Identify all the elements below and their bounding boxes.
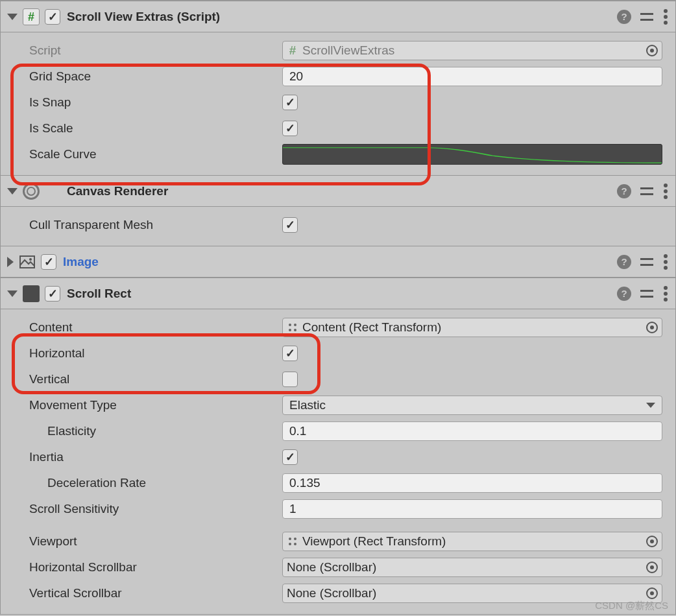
object-picker-icon[interactable] [646, 536, 658, 547]
inertia-label: Inertia [29, 450, 282, 464]
context-menu-icon[interactable] [662, 182, 669, 200]
component-title: Scroll View Extras (Script) [67, 10, 617, 24]
viewport-label: Viewport [29, 534, 282, 549]
svg-point-7 [294, 538, 296, 540]
script-value: ScrollViewExtras [302, 43, 394, 58]
deceleration-input[interactable] [282, 473, 662, 493]
help-icon[interactable]: ? [617, 10, 631, 24]
context-menu-icon[interactable] [662, 253, 669, 271]
cull-transparent-mesh-label: Cull Transparent Mesh [29, 218, 282, 232]
component-title: Canvas Renderer [67, 184, 617, 198]
svg-point-9 [294, 543, 296, 545]
foldout-icon[interactable] [7, 290, 18, 297]
rect-transform-icon [287, 536, 298, 547]
viewport-field[interactable]: Viewport (Rect Transform) [282, 532, 662, 551]
elasticity-label: Elasticity [47, 424, 282, 438]
is-scale-label: Is Scale [29, 121, 282, 136]
script-label: Script [29, 43, 282, 58]
component-header-scroll-rect[interactable]: Scroll Rect ? [1, 278, 675, 309]
elasticity-input[interactable] [282, 421, 662, 441]
rect-transform-icon [287, 322, 298, 333]
scale-curve-field[interactable] [282, 144, 662, 165]
scroll-rect-icon [23, 285, 40, 302]
svg-point-4 [289, 329, 291, 331]
component-title: Scroll Rect [67, 287, 617, 301]
movement-type-label: Movement Type [29, 398, 282, 412]
svg-point-3 [294, 324, 296, 326]
script-icon: # [23, 8, 40, 25]
foldout-icon[interactable] [7, 257, 14, 267]
vertical-label: Vertical [29, 372, 282, 386]
scroll-sensitivity-input[interactable] [282, 499, 662, 519]
svg-point-2 [289, 324, 291, 326]
is-snap-label: Is Snap [29, 95, 282, 110]
help-icon[interactable]: ? [617, 184, 631, 198]
svg-point-1 [29, 258, 32, 261]
vertical-checkbox[interactable] [282, 372, 298, 387]
cull-transparent-mesh-checkbox[interactable] [282, 217, 298, 233]
help-icon[interactable]: ? [617, 255, 631, 269]
foldout-icon[interactable] [7, 188, 18, 195]
deceleration-label: Deceleration Rate [47, 476, 282, 490]
scroll-sensitivity-label: Scroll Sensitivity [29, 502, 282, 516]
horizontal-scrollbar-field[interactable]: None (Scrollbar) [282, 558, 662, 577]
component-enable-checkbox[interactable] [41, 254, 56, 270]
svg-point-5 [294, 329, 296, 331]
object-picker-icon[interactable] [646, 587, 658, 599]
is-scale-checkbox[interactable] [282, 121, 298, 136]
content-field[interactable]: Content (Rect Transform) [282, 318, 662, 337]
context-menu-icon[interactable] [662, 285, 669, 303]
context-menu-icon[interactable] [662, 8, 669, 26]
preset-icon[interactable] [640, 10, 653, 23]
vertical-scrollbar-label: Vertical Scrollbar [29, 586, 282, 600]
vertical-scrollbar-value: None (Scrollbar) [287, 586, 376, 600]
preset-icon[interactable] [640, 255, 653, 268]
object-picker-icon[interactable] [646, 562, 658, 573]
script-ref-icon: # [287, 45, 298, 56]
component-title[interactable]: Image [63, 255, 617, 269]
is-snap-checkbox[interactable] [282, 95, 298, 110]
object-picker-icon[interactable] [646, 322, 658, 333]
script-field: # ScrollViewExtras [282, 41, 662, 60]
component-header-image[interactable]: Image ? [1, 246, 675, 278]
viewport-value: Viewport (Rect Transform) [302, 534, 446, 549]
grid-space-input[interactable] [282, 67, 662, 86]
inertia-checkbox[interactable] [282, 449, 298, 465]
horizontal-scrollbar-label: Horizontal Scrollbar [29, 560, 282, 575]
foldout-icon[interactable] [7, 14, 18, 20]
preset-icon[interactable] [640, 287, 653, 300]
horizontal-checkbox[interactable] [282, 346, 298, 361]
component-header-scroll-view-extras[interactable]: # Scroll View Extras (Script) ? [1, 1, 675, 32]
movement-type-dropdown[interactable]: Elastic [282, 396, 662, 415]
canvas-renderer-icon [23, 183, 40, 200]
component-enable-checkbox[interactable] [45, 286, 60, 302]
image-icon [19, 254, 36, 270]
content-value: Content (Rect Transform) [302, 320, 441, 335]
component-header-canvas-renderer[interactable]: Canvas Renderer ? [1, 175, 675, 207]
watermark-text: CSDN @薪然CS [595, 600, 668, 612]
object-picker-icon[interactable] [646, 45, 658, 56]
svg-point-6 [289, 538, 291, 540]
preset-icon[interactable] [640, 185, 653, 198]
help-icon[interactable]: ? [617, 287, 631, 301]
svg-point-8 [289, 543, 291, 545]
horizontal-scrollbar-value: None (Scrollbar) [287, 560, 376, 575]
horizontal-label: Horizontal [29, 346, 282, 361]
content-label: Content [29, 320, 282, 335]
component-enable-checkbox[interactable] [45, 9, 60, 25]
grid-space-label: Grid Space [29, 69, 282, 84]
scale-curve-label: Scale Curve [29, 147, 282, 161]
